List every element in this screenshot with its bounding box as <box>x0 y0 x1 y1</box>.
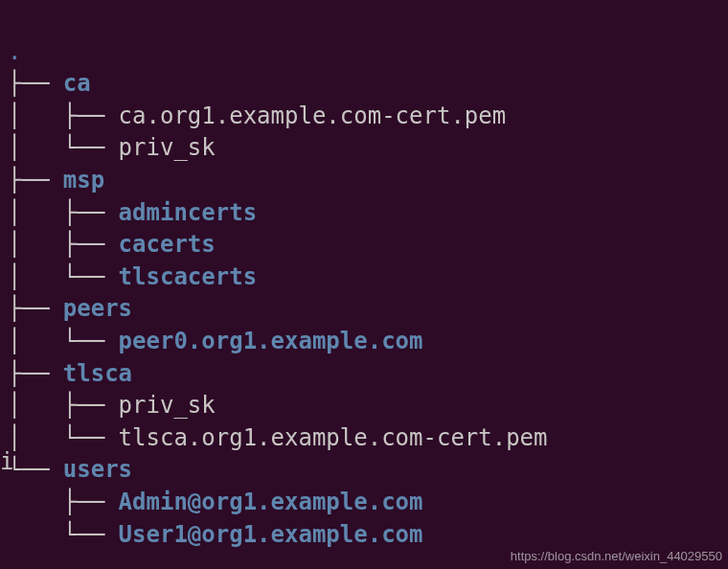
tree-branch: │ ├── <box>8 392 119 419</box>
file-ca-cert: ca.org1.example.com-cert.pem <box>119 102 507 129</box>
tree-branch: ├── <box>8 360 63 387</box>
tree-branch: │ ├── <box>8 102 119 129</box>
tree-branch: └── <box>8 521 119 548</box>
tree-branch: │ ├── <box>8 199 119 226</box>
tree-branch: │ └── <box>8 263 119 290</box>
tree-branch: └── <box>8 456 63 483</box>
dir-peer0: peer0.org1.example.com <box>119 328 423 354</box>
file-ca-priv: priv_sk <box>119 134 216 161</box>
tree-branch: │ └── <box>8 424 119 451</box>
terminal-output: . ├── ca │ ├── ca.org1.example.com-cert.… <box>0 0 728 555</box>
dir-cacerts: cacerts <box>119 231 216 258</box>
tree-branch: │ └── <box>8 134 119 161</box>
dir-ca: ca <box>63 70 91 97</box>
dir-admin-user: Admin@org1.example.com <box>119 489 423 515</box>
dir-admincerts: admincerts <box>119 199 258 226</box>
dir-tlsca: tlsca <box>63 360 132 387</box>
dir-user1: User1@org1.example.com <box>119 521 423 548</box>
root-dot: . <box>8 38 21 65</box>
tree-branch: ├── <box>8 295 63 322</box>
tree-branch: ├── <box>8 489 119 515</box>
file-tlsca-priv: priv_sk <box>119 392 216 419</box>
dir-peers: peers <box>63 295 132 322</box>
tree-branch: ├── <box>8 70 63 97</box>
tree-branch: │ ├── <box>8 231 119 258</box>
tree-branch: │ └── <box>8 328 119 354</box>
dir-users: users <box>63 456 132 483</box>
tree-branch: ├── <box>8 167 63 193</box>
watermark-text: https://blog.csdn.net/weixin_44029550 <box>511 548 722 565</box>
dir-tlscacerts: tlscacerts <box>119 263 258 290</box>
stray-char: i <box>0 446 13 479</box>
dir-msp: msp <box>63 167 104 193</box>
file-tlsca-cert: tlsca.org1.example.com-cert.pem <box>119 424 548 451</box>
